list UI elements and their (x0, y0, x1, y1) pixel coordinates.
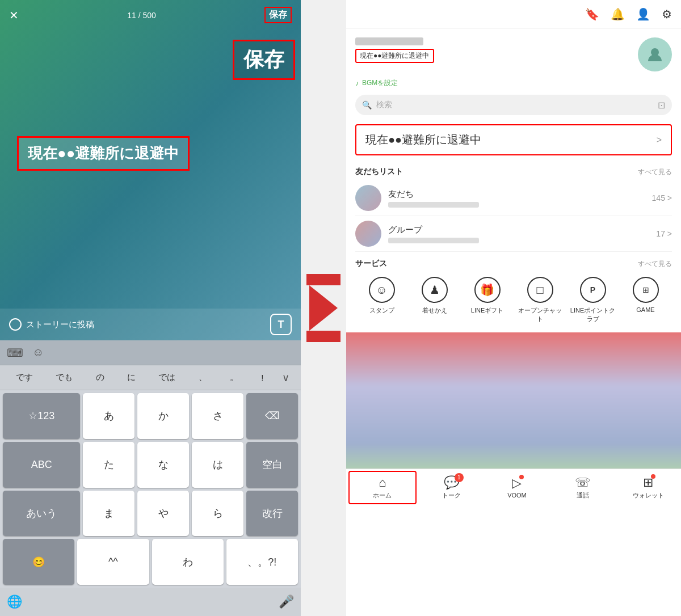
list-item[interactable]: 友だち 145 > (355, 180, 672, 216)
key-enter[interactable]: 改行 (246, 491, 298, 537)
voom-label: VOOM (507, 492, 527, 499)
service-openchat[interactable]: □ オープンチャット (514, 272, 566, 328)
kisekaie-label: 着せかえ (422, 306, 447, 315)
services-title: サービス (355, 259, 387, 269)
backspace-key[interactable]: ⌫ (246, 393, 298, 439)
left-panel: ✕ 11 / 500 保存 保存 現在●●避難所に退避中 ストーリーに投稿 T … (0, 0, 301, 616)
nav-item-call[interactable]: ☏ 通話 (550, 472, 616, 503)
status-display-text: 現在●●避難所に退避中 (365, 132, 481, 147)
bottom-nav: ⌂ ホーム 💬 1 トーク ▷ VOOM ☏ 通話 ⊞ ウォレ (346, 469, 681, 505)
status-display-box[interactable]: 現在●●避難所に退避中 > (355, 124, 672, 155)
nav-item-talk[interactable]: 💬 1 トーク (419, 472, 485, 503)
text-format-button[interactable]: T (270, 314, 292, 335)
expand-suggestions-icon[interactable]: ∨ (282, 372, 289, 384)
key-123[interactable]: ☆123 (3, 393, 80, 439)
service-stamp[interactable]: ☺ スタンプ (355, 272, 408, 328)
nav-item-home[interactable]: ⌂ ホーム (348, 471, 417, 504)
expand-icon: ⊡ (658, 100, 665, 111)
talk-label: トーク (442, 491, 461, 500)
banner-image (346, 332, 681, 469)
keyboard-bottom: 🌐 🎤 (0, 588, 301, 616)
keyboard-toolbar: ⌨ ☺ (0, 340, 301, 365)
save-large-label[interactable]: 保存 (243, 48, 284, 71)
bell-icon[interactable]: 🔔 (611, 7, 625, 21)
services-grid: ☺ スタンプ ♟ 着せかえ 🎁 LINEギフト □ オープンチャット P LIN… (355, 272, 672, 328)
key-caret[interactable]: ^^ (77, 539, 149, 585)
suggestion-dewa[interactable]: では (154, 372, 180, 383)
suggestion-demo[interactable]: でも (51, 372, 77, 383)
bgm-row[interactable]: ♪ BGMを設定 (346, 76, 681, 90)
keyboard-icon[interactable]: ⌨ (7, 346, 23, 360)
story-post-button[interactable]: ストーリーに投稿 (9, 318, 94, 331)
service-points[interactable]: P LINEポイントクラブ (566, 272, 619, 328)
story-circle-icon (9, 318, 22, 331)
friends-list: 友だち 145 > グループ 17 > (346, 180, 681, 252)
status-chevron-icon: > (657, 135, 662, 145)
close-button[interactable]: ✕ (9, 9, 19, 22)
search-bar[interactable]: 🔍 検索 ⊡ (355, 95, 672, 115)
openchat-icon: □ (527, 277, 553, 303)
key-ra[interactable]: ら (192, 491, 243, 537)
suggestion-desu[interactable]: です (11, 372, 37, 383)
banner-area (346, 332, 681, 469)
points-label: LINEポイントクラブ (569, 306, 617, 323)
suggestion-excl[interactable]: ! (257, 373, 268, 382)
service-game[interactable]: ⊞ GAME (619, 272, 672, 328)
services-section-header: サービス すべて見る (346, 252, 681, 272)
friend-avatar-1 (355, 221, 381, 247)
voom-badge (519, 475, 524, 479)
person-icon[interactable]: 👤 (636, 7, 650, 21)
friend-sub-0 (388, 202, 479, 208)
key-ka[interactable]: か (137, 393, 189, 439)
profile-avatar[interactable] (638, 37, 672, 71)
suggestion-ni[interactable]: に (123, 372, 140, 383)
list-item[interactable]: グループ 17 > (355, 216, 672, 252)
key-emoji[interactable]: 😊 (3, 539, 74, 585)
friend-name-0: 友だち (388, 189, 645, 200)
friend-sub-1 (388, 238, 479, 243)
game-icon: ⊞ (633, 277, 659, 303)
search-placeholder: 検索 (376, 100, 653, 110)
friend-count-0: 145 > (652, 193, 672, 202)
nav-item-voom[interactable]: ▷ VOOM (484, 472, 550, 502)
points-icon: P (580, 277, 606, 303)
save-top-button[interactable]: 保存 (264, 7, 292, 23)
key-ma[interactable]: ま (83, 491, 134, 537)
suggestion-no[interactable]: の (91, 372, 109, 383)
suggestion-comma[interactable]: 、 (194, 372, 212, 383)
globe-icon[interactable]: 🌐 (7, 594, 22, 609)
settings-icon[interactable]: ⚙ (662, 7, 672, 21)
bgm-label: BGMを設定 (362, 78, 398, 88)
kisekaie-icon: ♟ (422, 277, 448, 303)
editor-status-label: 現在●●避難所に退避中 (28, 145, 179, 162)
key-wa[interactable]: わ (152, 539, 224, 585)
key-aiu[interactable]: あいう (3, 491, 80, 537)
key-ta[interactable]: た (83, 442, 134, 488)
keys-grid: ☆123 あ か さ ⌫ ABC た な は 空白 あいう ま や ら 改行 (0, 390, 301, 588)
call-icon: ☏ (575, 475, 591, 490)
editor-status-text-box: 現在●●避難所に退避中 (17, 136, 190, 171)
service-gift[interactable]: 🎁 LINEギフト (461, 272, 514, 328)
talk-badge: 1 (455, 473, 464, 482)
key-a[interactable]: あ (83, 393, 134, 439)
key-punct[interactable]: 、。?! (226, 539, 298, 585)
bookmark-icon[interactable]: 🔖 (585, 7, 599, 21)
status-editor: ✕ 11 / 500 保存 保存 現在●●避難所に退避中 ストーリーに投稿 T (0, 0, 301, 340)
keyboard-area: ⌨ ☺ です でも の に では 、 。 ! ∨ ☆123 あ か さ ⌫ A (0, 340, 301, 616)
nav-item-wallet[interactable]: ⊞ ウォレット (615, 472, 681, 503)
gift-label: LINEギフト (471, 306, 503, 315)
mic-icon[interactable]: 🎤 (279, 594, 294, 609)
emoji-icon[interactable]: ☺ (32, 346, 44, 359)
text-icon: T (278, 319, 284, 331)
key-ha[interactable]: は (192, 442, 243, 488)
key-abc[interactable]: ABC (3, 442, 80, 488)
key-ya[interactable]: や (137, 491, 189, 537)
key-na[interactable]: な (137, 442, 189, 488)
friends-see-all[interactable]: すべて見る (638, 167, 672, 177)
suggestion-period[interactable]: 。 (225, 372, 243, 383)
service-kisekaie[interactable]: ♟ 着せかえ (408, 272, 461, 328)
call-label: 通話 (577, 491, 589, 500)
services-see-all[interactable]: すべて見る (638, 259, 672, 269)
key-sa[interactable]: さ (192, 393, 243, 439)
key-space[interactable]: 空白 (246, 442, 298, 488)
